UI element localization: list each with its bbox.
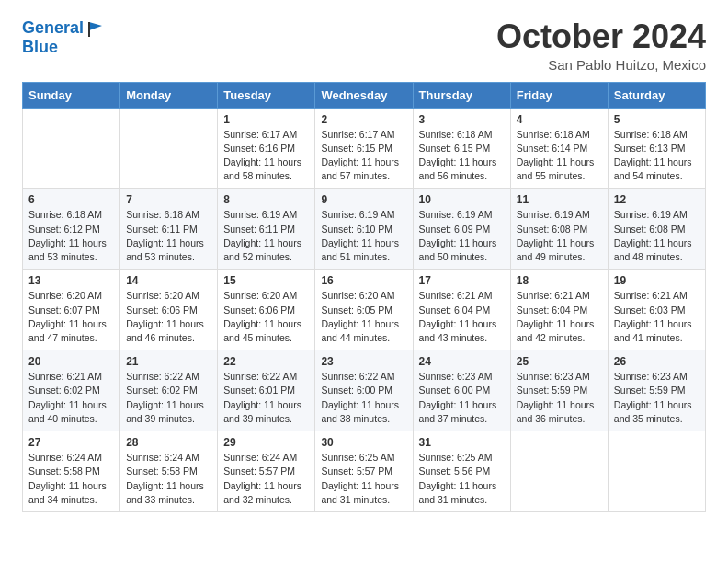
cell-info: Sunrise: 6:24 AM Sunset: 5:58 PM Dayligh… <box>126 451 211 507</box>
title-block: October 2024 San Pablo Huitzo, Mexico <box>496 18 706 73</box>
calendar-cell: 23Sunrise: 6:22 AM Sunset: 6:00 PM Dayli… <box>315 350 413 431</box>
day-number: 21 <box>126 355 211 368</box>
calendar-cell: 1Sunrise: 6:17 AM Sunset: 6:16 PM Daylig… <box>218 108 315 189</box>
weekday-header-friday: Friday <box>510 82 608 108</box>
calendar-cell: 9Sunrise: 6:19 AM Sunset: 6:10 PM Daylig… <box>315 189 413 270</box>
weekday-header-wednesday: Wednesday <box>315 82 413 108</box>
logo: General Blue <box>22 18 106 57</box>
calendar-cell: 12Sunrise: 6:19 AM Sunset: 6:08 PM Dayli… <box>608 189 705 270</box>
cell-info: Sunrise: 6:18 AM Sunset: 6:12 PM Dayligh… <box>28 208 114 264</box>
cell-info: Sunrise: 6:19 AM Sunset: 6:10 PM Dayligh… <box>321 208 406 264</box>
weekday-header-row: SundayMondayTuesdayWednesdayThursdayFrid… <box>23 82 706 108</box>
week-row-1: 1Sunrise: 6:17 AM Sunset: 6:16 PM Daylig… <box>23 108 706 189</box>
weekday-header-monday: Monday <box>120 82 218 108</box>
day-number: 7 <box>126 193 211 206</box>
day-number: 31 <box>419 436 505 449</box>
day-number: 8 <box>223 193 309 206</box>
cell-info: Sunrise: 6:17 AM Sunset: 6:16 PM Dayligh… <box>223 128 309 184</box>
calendar-cell: 7Sunrise: 6:18 AM Sunset: 6:11 PM Daylig… <box>120 189 218 270</box>
calendar-cell: 8Sunrise: 6:19 AM Sunset: 6:11 PM Daylig… <box>218 189 315 270</box>
calendar-cell: 31Sunrise: 6:25 AM Sunset: 5:56 PM Dayli… <box>413 431 510 512</box>
calendar-cell: 26Sunrise: 6:23 AM Sunset: 5:59 PM Dayli… <box>608 350 705 431</box>
cell-info: Sunrise: 6:21 AM Sunset: 6:04 PM Dayligh… <box>419 289 505 345</box>
week-row-4: 20Sunrise: 6:21 AM Sunset: 6:02 PM Dayli… <box>23 350 706 431</box>
day-number: 24 <box>419 355 505 368</box>
cell-info: Sunrise: 6:22 AM Sunset: 6:00 PM Dayligh… <box>321 370 406 426</box>
cell-info: Sunrise: 6:19 AM Sunset: 6:08 PM Dayligh… <box>517 208 602 264</box>
cell-info: Sunrise: 6:17 AM Sunset: 6:15 PM Dayligh… <box>321 128 406 184</box>
day-number: 9 <box>321 193 406 206</box>
month-title: October 2024 <box>496 18 706 55</box>
calendar-cell: 2Sunrise: 6:17 AM Sunset: 6:15 PM Daylig… <box>315 108 413 189</box>
weekday-header-thursday: Thursday <box>413 82 510 108</box>
day-number: 28 <box>126 436 211 449</box>
day-number: 13 <box>28 274 114 287</box>
cell-info: Sunrise: 6:23 AM Sunset: 5:59 PM Dayligh… <box>517 370 602 426</box>
day-number: 4 <box>517 113 602 126</box>
weekday-header-tuesday: Tuesday <box>218 82 315 108</box>
day-number: 29 <box>223 436 309 449</box>
calendar-cell: 13Sunrise: 6:20 AM Sunset: 6:07 PM Dayli… <box>23 270 120 350</box>
calendar-table: SundayMondayTuesdayWednesdayThursdayFrid… <box>22 82 706 512</box>
cell-info: Sunrise: 6:23 AM Sunset: 5:59 PM Dayligh… <box>614 370 700 426</box>
day-number: 11 <box>517 193 602 206</box>
cell-info: Sunrise: 6:20 AM Sunset: 6:06 PM Dayligh… <box>126 289 211 345</box>
cell-info: Sunrise: 6:23 AM Sunset: 6:00 PM Dayligh… <box>419 370 505 426</box>
logo-flag-icon <box>85 18 106 39</box>
day-number: 22 <box>223 355 309 368</box>
calendar-cell <box>23 108 120 189</box>
calendar-cell <box>608 431 705 512</box>
cell-info: Sunrise: 6:25 AM Sunset: 5:56 PM Dayligh… <box>419 451 505 507</box>
cell-info: Sunrise: 6:21 AM Sunset: 6:03 PM Dayligh… <box>614 289 700 345</box>
day-number: 19 <box>614 274 700 287</box>
day-number: 6 <box>28 193 114 206</box>
location-subtitle: San Pablo Huitzo, Mexico <box>496 57 706 73</box>
day-number: 17 <box>419 274 505 287</box>
day-number: 3 <box>419 113 505 126</box>
weekday-header-sunday: Sunday <box>23 82 120 108</box>
page-header: General Blue October 2024 San Pablo Huit… <box>22 18 706 73</box>
calendar-cell: 28Sunrise: 6:24 AM Sunset: 5:58 PM Dayli… <box>120 431 218 512</box>
calendar-cell: 19Sunrise: 6:21 AM Sunset: 6:03 PM Dayli… <box>608 270 705 350</box>
day-number: 16 <box>321 274 406 287</box>
cell-info: Sunrise: 6:21 AM Sunset: 6:04 PM Dayligh… <box>517 289 602 345</box>
day-number: 20 <box>28 355 114 368</box>
day-number: 26 <box>614 355 700 368</box>
cell-info: Sunrise: 6:20 AM Sunset: 6:05 PM Dayligh… <box>321 289 406 345</box>
cell-info: Sunrise: 6:24 AM Sunset: 5:58 PM Dayligh… <box>28 451 114 507</box>
calendar-cell: 21Sunrise: 6:22 AM Sunset: 6:02 PM Dayli… <box>120 350 218 431</box>
cell-info: Sunrise: 6:19 AM Sunset: 6:11 PM Dayligh… <box>223 208 309 264</box>
cell-info: Sunrise: 6:21 AM Sunset: 6:02 PM Dayligh… <box>28 370 114 426</box>
cell-info: Sunrise: 6:20 AM Sunset: 6:07 PM Dayligh… <box>28 289 114 345</box>
calendar-cell: 4Sunrise: 6:18 AM Sunset: 6:14 PM Daylig… <box>510 108 608 189</box>
day-number: 27 <box>28 436 114 449</box>
calendar-cell: 20Sunrise: 6:21 AM Sunset: 6:02 PM Dayli… <box>23 350 120 431</box>
calendar-cell: 22Sunrise: 6:22 AM Sunset: 6:01 PM Dayli… <box>218 350 315 431</box>
cell-info: Sunrise: 6:25 AM Sunset: 5:57 PM Dayligh… <box>321 451 406 507</box>
calendar-cell: 5Sunrise: 6:18 AM Sunset: 6:13 PM Daylig… <box>608 108 705 189</box>
cell-info: Sunrise: 6:24 AM Sunset: 5:57 PM Dayligh… <box>223 451 309 507</box>
calendar-cell: 18Sunrise: 6:21 AM Sunset: 6:04 PM Dayli… <box>510 270 608 350</box>
calendar-cell: 11Sunrise: 6:19 AM Sunset: 6:08 PM Dayli… <box>510 189 608 270</box>
day-number: 23 <box>321 355 406 368</box>
cell-info: Sunrise: 6:22 AM Sunset: 6:02 PM Dayligh… <box>126 370 211 426</box>
calendar-cell: 25Sunrise: 6:23 AM Sunset: 5:59 PM Dayli… <box>510 350 608 431</box>
calendar-cell: 24Sunrise: 6:23 AM Sunset: 6:00 PM Dayli… <box>413 350 510 431</box>
logo-text-blue: Blue <box>22 38 58 56</box>
week-row-3: 13Sunrise: 6:20 AM Sunset: 6:07 PM Dayli… <box>23 270 706 350</box>
calendar-cell: 15Sunrise: 6:20 AM Sunset: 6:06 PM Dayli… <box>218 270 315 350</box>
cell-info: Sunrise: 6:18 AM Sunset: 6:13 PM Dayligh… <box>614 128 700 184</box>
day-number: 10 <box>419 193 505 206</box>
calendar-cell: 6Sunrise: 6:18 AM Sunset: 6:12 PM Daylig… <box>23 189 120 270</box>
calendar-cell: 17Sunrise: 6:21 AM Sunset: 6:04 PM Dayli… <box>413 270 510 350</box>
calendar-cell: 27Sunrise: 6:24 AM Sunset: 5:58 PM Dayli… <box>23 431 120 512</box>
calendar-cell: 3Sunrise: 6:18 AM Sunset: 6:15 PM Daylig… <box>413 108 510 189</box>
svg-marker-0 <box>89 22 102 30</box>
day-number: 1 <box>223 113 309 126</box>
calendar-cell <box>120 108 218 189</box>
day-number: 12 <box>614 193 700 206</box>
calendar-cell: 14Sunrise: 6:20 AM Sunset: 6:06 PM Dayli… <box>120 270 218 350</box>
calendar-cell <box>510 431 608 512</box>
calendar-cell: 29Sunrise: 6:24 AM Sunset: 5:57 PM Dayli… <box>218 431 315 512</box>
cell-info: Sunrise: 6:18 AM Sunset: 6:14 PM Dayligh… <box>517 128 602 184</box>
